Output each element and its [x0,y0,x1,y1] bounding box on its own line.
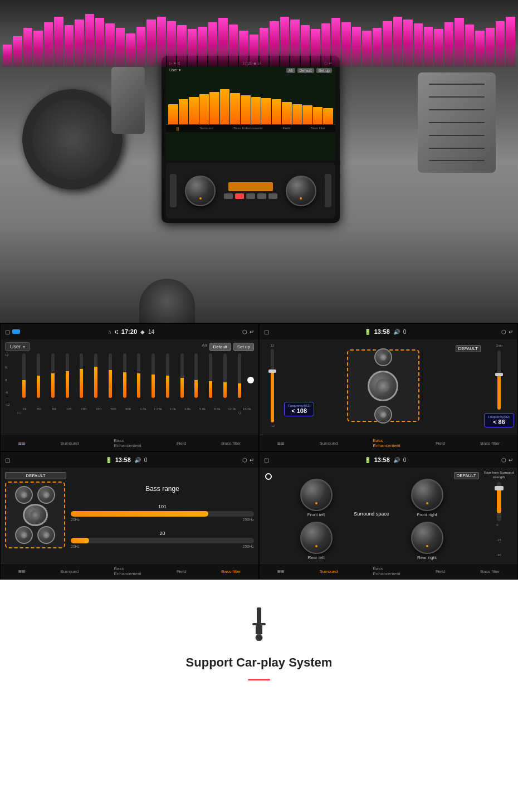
left-knob[interactable] [185,176,216,206]
pink-eq-bar [373,28,382,67]
mini-user-row: User ▾ All Default Set up [166,67,335,74]
speaker-center: DEFAULT [284,344,482,427]
nav-surround-4[interactable]: Surround [319,569,338,574]
pink-eq-bar [455,18,463,67]
slider2-track[interactable] [71,538,254,543]
bass-range-sliders: Bass range 101 20Hz 250Hz 20 [71,472,254,556]
eq-bars-area: 12 6 0 -6 -12 [5,353,254,406]
pink-eq-bar [85,14,94,67]
nav-surround-3[interactable]: Surround [60,569,79,574]
pink-eq-bar [146,20,155,67]
slider-max-left: 12 [271,344,275,347]
eq-handle[interactable] [247,377,254,383]
hu-left-controls [170,174,177,207]
screen-bass-range: ▢ 🔋 13:58 🔊 0 ⬡ ↵ DEFAULT [0,451,259,580]
nav-field-1[interactable]: Field [177,441,186,446]
slider-min-left: -12 [270,424,275,427]
setup-button-1[interactable]: Set up [233,343,254,351]
nav-surround-2[interactable]: Surround [319,441,338,446]
eq-nav-icon-2[interactable]: ≡≡ [277,440,285,446]
nav-bass-enh-3[interactable]: BassEnhancement [114,566,141,576]
nav-field-2[interactable]: Field [436,441,445,446]
pink-eq-bar [229,25,238,67]
back-btn-1[interactable]: ↵ [250,329,254,335]
pink-eq-bar [270,21,278,67]
battery-icon-4: 🔋 [364,457,371,463]
surround-slider-thumb[interactable] [495,486,504,490]
svg-point-4 [256,634,262,641]
nav-bass-enh-1[interactable]: BassEnhancement [114,438,141,448]
nav-bass-filter-1[interactable]: Bass filter [221,441,241,446]
freq-label-8: 1.0k [136,407,150,411]
indicator-circle [265,473,272,480]
status-bar-4: ▢ 🔋 13:58 🔊 0 ⬡ ↵ [260,452,517,468]
v-slider-track-left[interactable] [271,349,274,422]
pink-eq-bar [383,21,392,67]
freq-label-5: 320 [91,407,106,411]
knob-rr[interactable] [411,522,443,554]
pink-eq-bar [352,27,361,67]
knob-fr[interactable] [411,479,443,511]
nav-bass-enh-4[interactable]: BassEnhancement [373,566,400,576]
pink-eq-bar [65,25,74,67]
v-slider-thumb-right[interactable] [495,373,503,376]
surround-content: DEFAULT Front left Front right [260,468,517,560]
slider1-track[interactable] [71,511,254,517]
bottom-section: Support Car-play System [0,580,518,703]
back-btn-4[interactable]: ↵ [509,457,513,463]
mini-eq-bar-9 [261,98,271,124]
eq-action-buttons: All Default Set up [202,343,254,351]
center-speaker-inner [376,379,390,393]
nav-bass-filter-2[interactable]: Bass filter [480,441,500,446]
eq-nav-icon-1[interactable]: ≡≡ [18,440,26,446]
center-speaker-3 [23,504,48,526]
window-btn-1: ⬡ [242,329,247,335]
mini-eq-display [166,74,335,124]
pink-eq-bar [116,28,125,67]
eq-bar-group-4 [75,353,89,406]
screen3-bottom-nav: ≡≡ Surround BassEnhancement Field Bass f… [1,563,258,579]
nav-field-3[interactable]: Field [177,569,186,574]
center-controls [224,182,277,199]
back-btn-3[interactable]: ↵ [250,457,254,463]
nav-bass-filter-4[interactable]: Bass filter [480,569,500,574]
freq-label-12: 5.0k [196,407,210,411]
pink-eq-bar [465,25,474,67]
pink-eq-bar [444,22,453,67]
window-icon-3: ▢ [5,457,10,463]
surround-v-slider[interactable] [497,482,501,521]
nav-surround-1[interactable]: Surround [60,441,79,446]
v-slider-thumb-left[interactable] [268,369,276,373]
pink-eq-bar [177,25,186,67]
hu-controls [166,163,335,218]
nav-field-4[interactable]: Field [436,569,445,574]
nav-bass-filter-3[interactable]: Bass filter [221,569,241,574]
v-slider-track-right[interactable] [497,351,501,410]
knob-fl[interactable] [300,479,333,511]
mini-eq-bar-12 [292,104,302,124]
default-badge-4: DEFAULT [454,472,479,479]
status-bar-3: ▢ 🔋 13:58 🔊 0 ⬡ ↵ [1,452,258,468]
eq-nav-icon-3[interactable]: ≡≡ [18,568,26,575]
freq-label-4: 200 [77,407,91,411]
pink-eq-bar [506,17,515,67]
slider-group-1: 101 20Hz 250Hz [71,504,254,522]
eq-bar-group-3 [60,353,74,406]
right-vent [418,72,496,173]
pink-eq-bar [3,45,12,67]
scale-12: 12 [5,353,15,357]
user-select[interactable]: User ▾ [5,342,30,351]
knob-rl[interactable] [300,522,333,554]
default-button-1[interactable]: Default [209,343,231,351]
speaker-top-row [15,486,55,504]
pink-eq-bars [0,0,518,67]
rear-horn-label: Rear horn Surround strength [483,471,514,480]
status-left-1: ▢ [5,329,20,335]
back-btn-2[interactable]: ↵ [509,329,513,335]
eq-nav-icon-4[interactable]: ≡≡ [277,568,285,575]
nav-bass-enh-2[interactable]: BassEnhancement [373,438,400,448]
freq-box-right: Frequency(HZ) < 86 [484,413,514,427]
right-knob[interactable] [286,176,316,206]
time-display-1: 17:20 [121,328,137,335]
mini-eq-bar-15 [323,108,333,124]
